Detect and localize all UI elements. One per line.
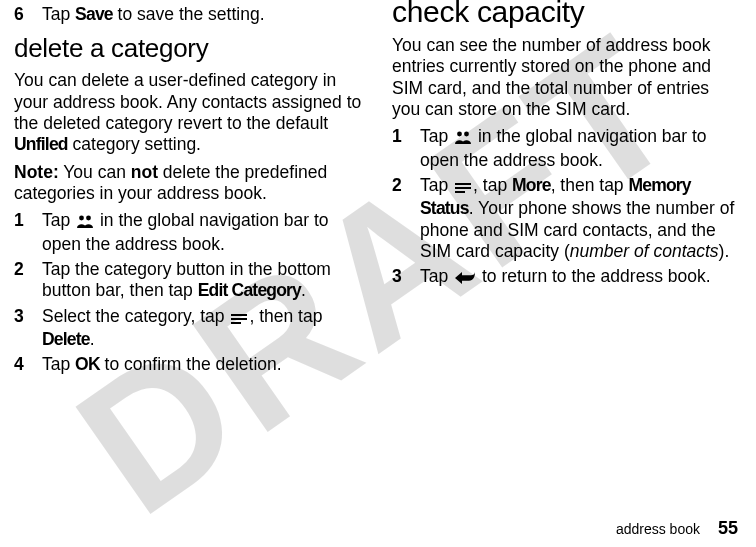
note-paragraph: Note: You can not delete the predefined … [14,162,364,205]
note-label: Note: [14,162,59,182]
step-2: 2 Tap the category button in the bottom … [14,259,364,302]
svg-point-1 [86,216,91,221]
menu-icon [455,177,471,198]
step-text: Tap , tap More, then tap Memory Status. … [420,175,742,262]
step-text: Tap Save to save the setting. [42,4,364,25]
text: , then tap [551,175,629,195]
intro-paragraph: You can see the number of address book e… [392,35,742,120]
save-label: Save [75,4,113,24]
svg-rect-4 [231,322,241,324]
step-number: 6 [14,4,28,25]
text: ). [719,241,730,261]
text: Select the category, tap [42,306,229,326]
step-text: Select the category, tap , then tap Dele… [42,306,364,351]
italic-text: number of contacts [570,241,719,261]
text: Tap [420,126,453,146]
text: to confirm the deletion. [100,354,282,374]
back-arrow-icon [455,268,475,289]
step-4: 4 Tap OK to confirm the deletion. [14,354,364,375]
step-3: 3 Tap to return to the address book. [392,266,742,289]
step-number: 2 [14,259,28,302]
text: . [301,280,306,300]
text: Tap [42,4,75,24]
text: Tap [42,354,75,374]
intro-paragraph: You can delete a user-defined category i… [14,70,364,155]
step-text: Tap in the global navigation bar to open… [420,126,742,171]
text: . [90,329,95,349]
step-1: 1 Tap in the global navigation bar to op… [392,126,742,171]
left-column: 6 Tap Save to save the setting. delete a… [14,0,364,547]
edit-category-label: Edit Category [198,280,301,300]
contacts-icon [455,128,471,149]
svg-rect-9 [455,191,465,193]
step-6: 6 Tap Save to save the setting. [14,4,364,25]
svg-rect-8 [455,187,471,189]
ok-label: OK [75,354,100,374]
heading-check-capacity: check capacity [392,0,742,29]
step-text: Tap OK to confirm the deletion. [42,354,364,375]
svg-rect-7 [455,183,471,185]
step-text: Tap the category button in the bottom bu… [42,259,364,302]
delete-label: Delete [42,329,90,349]
step-number: 3 [14,306,28,351]
step-number: 3 [392,266,406,289]
step-1: 1 Tap in the global navigation bar to op… [14,210,364,255]
text: , then tap [249,306,322,326]
svg-point-6 [464,132,469,137]
text: , tap [473,175,512,195]
text: You can delete a user-defined category i… [14,70,361,133]
svg-point-0 [79,216,84,221]
page-content: 6 Tap Save to save the setting. delete a… [0,0,756,547]
svg-point-5 [457,132,462,137]
svg-rect-2 [231,314,247,316]
step-2: 2 Tap , tap More, then tap Memory Status… [392,175,742,262]
step-3: 3 Select the category, tap , then tap De… [14,306,364,351]
more-label: More [512,175,551,195]
contacts-icon [77,212,93,233]
step-number: 1 [392,126,406,171]
text: category setting. [68,134,201,154]
text: Tap [420,175,453,195]
step-text: Tap in the global navigation bar to open… [42,210,364,255]
text: You can [59,162,131,182]
step-number: 2 [392,175,406,262]
step-number: 4 [14,354,28,375]
svg-rect-3 [231,318,247,320]
text: Tap [420,266,453,286]
step-text: Tap to return to the address book. [420,266,742,289]
text: Tap [42,210,75,230]
text: to return to the address book. [477,266,710,286]
text: to save the setting. [113,4,265,24]
step-number: 1 [14,210,28,255]
menu-icon [231,308,247,329]
text-bold: not [131,162,158,182]
right-column: check capacity You can see the number of… [392,0,742,547]
unfiled-label: Unfiled [14,134,68,154]
heading-delete-category: delete a category [14,33,364,64]
